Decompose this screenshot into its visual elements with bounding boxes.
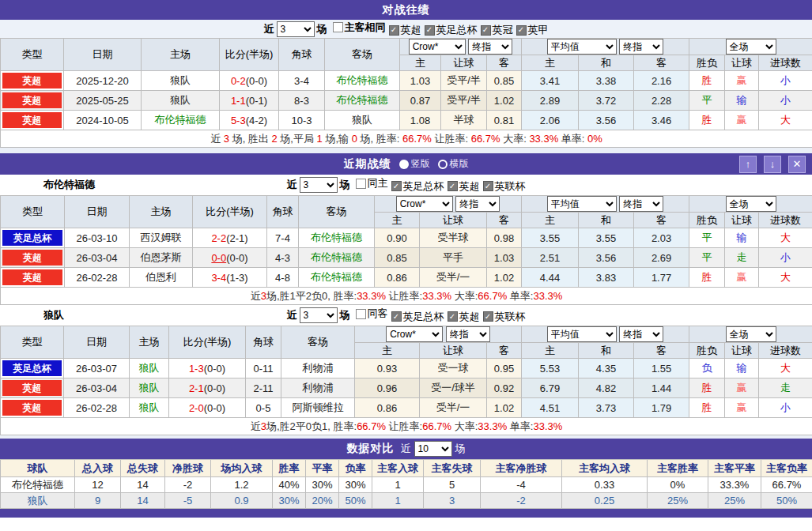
odds-home: 0.90 <box>375 228 420 248</box>
col-header-handicap-result: 让球 <box>725 55 759 71</box>
col-header-odds-away: 客 <box>487 343 522 359</box>
handicap-result: 赢 <box>725 268 759 288</box>
compare-near-count-select[interactable]: 10 <box>414 441 452 457</box>
match-score[interactable]: 5-3(4-2) <box>220 111 279 130</box>
match-score[interactable]: 1-1(0-1) <box>220 91 279 111</box>
vertical-layout-label[interactable]: 竖版 <box>411 157 430 171</box>
filter-checkbox-英联杯[interactable]: ✓英联杯 <box>483 310 526 324</box>
brentford-near-count-select[interactable]: 3 <box>300 177 338 193</box>
fulltime-score[interactable]: 0-0 <box>211 252 226 264</box>
odds-company-select[interactable]: Crow* <box>386 326 443 342</box>
wolves-near-count-select[interactable]: 3 <box>300 307 338 323</box>
avg-select[interactable]: 平均值 <box>547 196 617 212</box>
match-score[interactable]: 2-2(2-1) <box>193 228 267 248</box>
odds-group-header: Crow* 终指 <box>375 196 522 213</box>
odds-company-select[interactable]: Crow* <box>396 196 453 212</box>
match-score[interactable]: 0-0(0-0) <box>193 248 267 268</box>
wolves-league-checkboxes: 同客✓英足总杯✓英超✓英联杯 <box>353 307 526 324</box>
horizontal-layout-label[interactable]: 横版 <box>450 157 469 171</box>
filter-checkbox-同主[interactable]: 同主 <box>356 176 388 190</box>
stat-value: 33.3% <box>708 477 761 493</box>
avg-final-select[interactable]: 终指 <box>619 326 663 342</box>
match-score[interactable]: 2-0(0-0) <box>169 398 246 418</box>
compare-table: 球队总入球总失球净胜球场均入球胜率平率负率主客入球主客失球主客净胜球主客均入球主… <box>0 459 812 509</box>
filter-checkbox-英超[interactable]: ✓英超 <box>389 23 421 37</box>
avg-select[interactable]: 平均值 <box>547 326 617 342</box>
fulltime-score: 1-1 <box>231 95 246 107</box>
match-score[interactable]: 0-2(0-0) <box>220 71 279 91</box>
avg-final-select[interactable]: 终指 <box>619 39 663 55</box>
col-header-date: 日期 <box>65 196 130 228</box>
corner-count: 8-3 <box>279 91 325 111</box>
horizontal-layout-radio[interactable] <box>438 160 448 169</box>
h2h-near-count-select[interactable]: 3 <box>277 21 315 37</box>
goals-result: 小 <box>759 398 812 418</box>
filter-checkbox-英足总杯[interactable]: ✓英足总杯 <box>425 23 478 37</box>
stat-value: 25% <box>708 493 761 509</box>
filter-checkbox-英足总杯[interactable]: ✓英足总杯 <box>391 179 444 194</box>
filter-checkbox-英联杯[interactable]: ✓英联杯 <box>483 179 526 194</box>
avg-final-select[interactable]: 终指 <box>619 196 663 212</box>
odds-final-select[interactable]: 终指 <box>455 196 500 212</box>
odds-group-header: Crow* 终指 <box>400 39 522 55</box>
handicap-result: 走 <box>725 248 759 268</box>
matches-label: 场 <box>340 308 350 322</box>
stat-value: 1.2 <box>211 477 273 493</box>
odds-final-select[interactable]: 终指 <box>446 326 490 342</box>
odds-home: 1.03 <box>400 71 441 91</box>
odds-final-select[interactable]: 终指 <box>468 39 512 55</box>
team-name-label: 布伦特福德 <box>43 178 95 192</box>
match-score[interactable]: 3-4(1-3) <box>193 268 267 288</box>
match-date: 26-03-04 <box>64 378 130 398</box>
odds-company-select[interactable]: Crow* <box>409 39 466 55</box>
fulltime-select[interactable]: 全场 <box>726 326 776 342</box>
col-header-date: 日期 <box>64 39 142 71</box>
odds-away: 1.02 <box>487 91 522 111</box>
filter-checkbox-同客[interactable]: 同客 <box>356 307 388 321</box>
col-header-corner: 角球 <box>279 39 325 71</box>
result: 胜 <box>689 268 725 288</box>
move-up-button[interactable]: ↑ <box>739 156 757 173</box>
match-score[interactable]: 2-1(0-0) <box>169 378 246 398</box>
checked-checkbox-icon: ✓ <box>425 25 435 36</box>
fulltime-score: 0-2 <box>231 75 246 87</box>
filter-checkbox-主客相同[interactable]: 主客相同 <box>333 21 386 35</box>
col-header-avg-home: 主 <box>522 55 579 71</box>
league-cell: 英超 <box>1 268 65 288</box>
goals-result: 大 <box>759 111 812 130</box>
filter-checkbox-英超[interactable]: ✓英超 <box>448 179 480 194</box>
team-name[interactable]: 狼队 <box>1 493 75 509</box>
close-button[interactable]: ✕ <box>788 156 806 173</box>
vertical-layout-radio[interactable] <box>399 160 409 169</box>
filter-checkbox-英超[interactable]: ✓英超 <box>448 310 480 324</box>
near-label: 近 <box>287 178 297 192</box>
filter-checkbox-英甲[interactable]: ✓英甲 <box>516 23 549 37</box>
result: 平 <box>689 228 725 248</box>
section-compare-bar: 数据对比 近 10 场 <box>0 439 812 459</box>
col-header-away: 客场 <box>325 39 400 71</box>
avg-away-odds: 2.16 <box>634 71 689 91</box>
match-row: 英超26-03-04狼队2-1(0-0)2-11利物浦0.96受一/球半0.92… <box>1 378 812 398</box>
checked-checkbox-icon: ✓ <box>481 25 491 36</box>
filter-checkbox-英足总杯[interactable]: ✓英足总杯 <box>391 310 444 324</box>
goals-result: 小 <box>759 248 812 268</box>
col-header-home: 主场 <box>130 196 193 228</box>
unchecked-checkbox-icon <box>356 309 366 319</box>
match-date: 26-02-28 <box>64 398 130 418</box>
league-badge: 英超 <box>2 92 62 108</box>
fulltime-select[interactable]: 全场 <box>726 39 776 55</box>
fulltime-select[interactable]: 全场 <box>726 196 776 212</box>
move-down-button[interactable]: ↓ <box>764 156 781 173</box>
filter-checkbox-英冠[interactable]: ✓英冠 <box>481 23 513 37</box>
h2h-summary: 近 3 场, 胜出 2 场,平局 1 场,输 0 场, 胜率: 66.7% 让胜… <box>1 130 812 148</box>
match-score[interactable]: 1-3(0-0) <box>169 359 246 378</box>
col-header-handicap: 让球 <box>441 55 487 71</box>
odds-handicap: 受平/半 <box>441 71 487 91</box>
col-header-goals: 进球数 <box>759 213 812 228</box>
checked-checkbox-icon: ✓ <box>448 311 458 322</box>
stat-value: 50% <box>761 493 812 509</box>
halftime-score: (0-0) <box>204 382 225 394</box>
avg-select[interactable]: 平均值 <box>547 39 617 55</box>
handicap-result: 赢 <box>725 378 759 398</box>
col-header-date: 日期 <box>64 326 130 359</box>
